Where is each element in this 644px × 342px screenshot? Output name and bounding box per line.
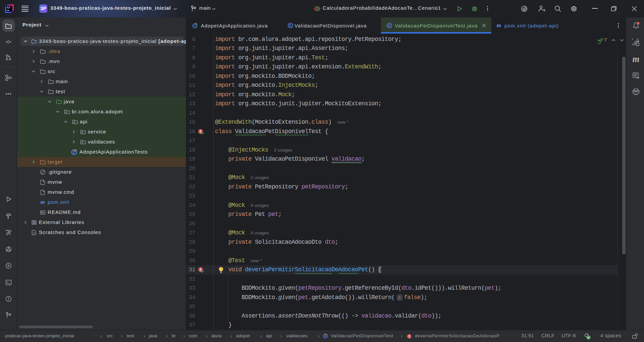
svg-text:C: C [388, 23, 391, 27]
svg-text:C: C [289, 23, 292, 27]
